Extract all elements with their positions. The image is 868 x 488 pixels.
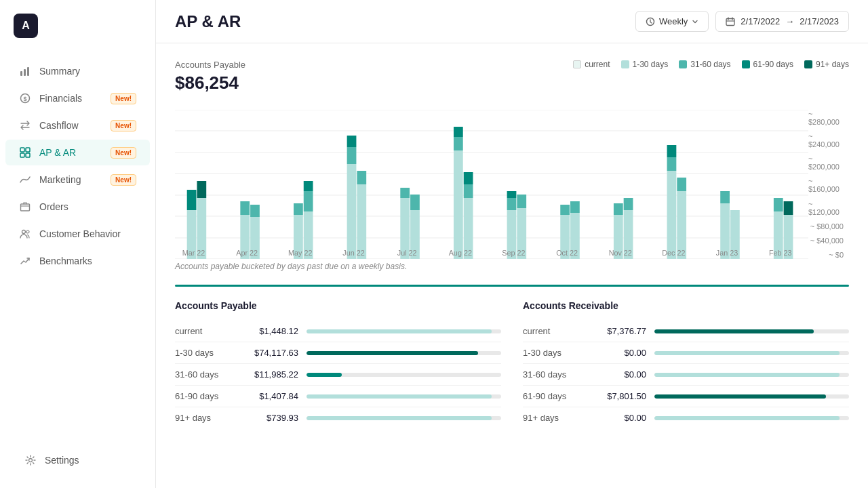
svg-rect-35 xyxy=(304,181,313,191)
time-filter-label: Weekly xyxy=(659,16,688,26)
header-controls: Weekly 2/17/2022 → 2/17/2023 xyxy=(635,11,849,32)
legend-dot-31-60 xyxy=(679,60,687,68)
svg-rect-61 xyxy=(614,203,623,215)
sidebar-item-customer-behavior[interactable]: Customer Behavior xyxy=(5,221,150,247)
ap-row-label-61-90: 61-90 days xyxy=(175,391,236,401)
box-icon xyxy=(19,201,31,213)
svg-rect-73 xyxy=(774,198,783,211)
y-label-40k: ~ $40,000 xyxy=(810,237,844,245)
date-range-picker[interactable]: 2/17/2022 → 2/17/2023 xyxy=(715,11,849,32)
sidebar-label-orders: Orders xyxy=(39,201,68,212)
ap-bar-wrap-61-90 xyxy=(307,394,501,399)
svg-rect-42 xyxy=(400,188,410,198)
arrows-icon xyxy=(19,119,31,131)
ar-row-value-1-30: $0.00 xyxy=(592,348,646,358)
chevron-down-icon xyxy=(692,18,698,25)
badge-cashflow: New! xyxy=(111,120,136,131)
svg-text:$: $ xyxy=(23,96,26,102)
sidebar-label-ap-ar: AP & AR xyxy=(39,147,76,158)
ap-row-1-30: 1-30 days $74,117.63 xyxy=(175,342,501,364)
ap-bar-wrap-1-30 xyxy=(307,351,501,355)
time-filter-button[interactable]: Weekly xyxy=(635,11,709,32)
svg-rect-38 xyxy=(347,136,357,147)
sidebar-item-financials[interactable]: $ Financials New! xyxy=(5,85,150,111)
legend-label-1-30: 1-30 days xyxy=(633,60,669,69)
svg-rect-46 xyxy=(454,137,463,150)
ar-row-value-31-60: $0.00 xyxy=(592,369,646,380)
ar-row-label-31-60: 31-60 days xyxy=(523,369,584,380)
svg-rect-70 xyxy=(720,191,730,203)
svg-text:Nov 22: Nov 22 xyxy=(609,249,632,257)
ap-row-current: current $1,448.12 xyxy=(175,321,501,342)
svg-rect-40 xyxy=(357,171,366,184)
y-label-200k: ~ $200,000 xyxy=(808,155,844,171)
sidebar-item-summary[interactable]: Summary xyxy=(5,58,150,84)
y-label-0: ~ $0 xyxy=(829,251,844,259)
svg-rect-59 xyxy=(570,201,580,213)
ap-bar-91plus xyxy=(307,416,492,420)
legend-label-61-90: 61-90 days xyxy=(753,60,793,69)
ar-row-current: current $7,376.77 xyxy=(523,321,849,342)
svg-rect-63 xyxy=(624,198,633,210)
ar-bar-31-60 xyxy=(654,373,840,377)
ap-row-label-91plus: 91+ days xyxy=(175,413,236,423)
svg-rect-7 xyxy=(20,153,24,157)
svg-rect-0 xyxy=(20,71,22,76)
ap-bar-61-90 xyxy=(307,394,492,399)
ar-row-1-30: 1-30 days $0.00 xyxy=(523,342,849,364)
legend-61-90: 61-90 days xyxy=(742,60,793,69)
sidebar-item-ap-ar[interactable]: AP & AR New! xyxy=(5,140,150,165)
ar-bar-61-90 xyxy=(654,394,826,399)
signal-icon xyxy=(19,174,31,186)
svg-rect-32 xyxy=(294,203,303,215)
svg-text:Feb 23: Feb 23 xyxy=(769,249,792,257)
ar-bar-wrap-31-60 xyxy=(654,373,849,377)
legend-current: current xyxy=(573,60,610,69)
svg-text:Sep 22: Sep 22 xyxy=(502,249,525,257)
ap-row-31-60: 31-60 days $11,985.22 xyxy=(175,364,501,386)
ap-value: $86,254 xyxy=(175,73,245,94)
svg-point-10 xyxy=(22,230,26,234)
legend-91plus: 91+ days xyxy=(804,60,849,69)
ap-row-label-1-30: 1-30 days xyxy=(175,348,236,358)
ar-row-value-current: $7,376.77 xyxy=(592,326,646,336)
sidebar-item-orders[interactable]: Orders xyxy=(5,194,150,220)
sidebar-item-benchmarks[interactable]: Benchmarks xyxy=(5,248,150,274)
svg-rect-45 xyxy=(454,150,463,259)
svg-rect-49 xyxy=(464,184,473,198)
ar-row-31-60: 31-60 days $0.00 xyxy=(523,364,849,386)
ar-row-value-91plus: $0.00 xyxy=(592,413,646,423)
ap-bar-wrap-31-60 xyxy=(307,373,501,377)
ar-row-61-90: 61-90 days $7,801.50 xyxy=(523,386,849,407)
chart-area: Mar 22 Apr 22 May 22 Jun 22 Jul 22 Aug 2… xyxy=(175,110,808,262)
sidebar-bottom: Settings xyxy=(0,435,155,488)
teal-divider xyxy=(175,285,849,287)
svg-rect-5 xyxy=(20,148,24,152)
sidebar-item-marketing[interactable]: Marketing New! xyxy=(5,167,150,192)
y-label-120k: ~ $120,000 xyxy=(808,200,844,216)
svg-text:Jan 23: Jan 23 xyxy=(716,249,738,257)
sidebar-item-settings[interactable]: Settings xyxy=(11,447,144,473)
sidebar-label-customer-behavior: Customer Behavior xyxy=(39,228,121,239)
ap-row-value-1-30: $74,117.63 xyxy=(244,348,298,358)
badge-financials: New! xyxy=(111,93,136,104)
sidebar-item-cashflow[interactable]: Cashflow New! xyxy=(5,113,150,138)
ar-bar-91plus xyxy=(654,416,840,420)
ap-bar-wrap-91plus xyxy=(307,416,501,420)
grid-icon xyxy=(19,146,31,159)
svg-rect-66 xyxy=(667,145,677,157)
ap-row-value-91plus: $739.93 xyxy=(244,413,298,423)
bar-chart: Mar 22 Apr 22 May 22 Jun 22 Jul 22 Aug 2… xyxy=(175,110,808,259)
legend-dot-61-90 xyxy=(742,60,750,68)
legend-label-current: current xyxy=(585,60,610,69)
y-label-240k: ~ $240,000 xyxy=(808,132,844,148)
ar-row-value-61-90: $7,801.50 xyxy=(592,391,646,401)
svg-rect-2 xyxy=(27,67,29,76)
svg-rect-44 xyxy=(410,195,420,210)
svg-rect-14 xyxy=(726,18,734,25)
dollar-icon: $ xyxy=(19,92,31,104)
ap-row-61-90: 61-90 days $1,407.84 xyxy=(175,386,501,407)
chart-wrap: Mar 22 Apr 22 May 22 Jun 22 Jul 22 Aug 2… xyxy=(175,110,849,262)
header: AP & AR Weekly 2/17/2022 → xyxy=(156,0,868,43)
app-logo: A xyxy=(14,14,38,38)
